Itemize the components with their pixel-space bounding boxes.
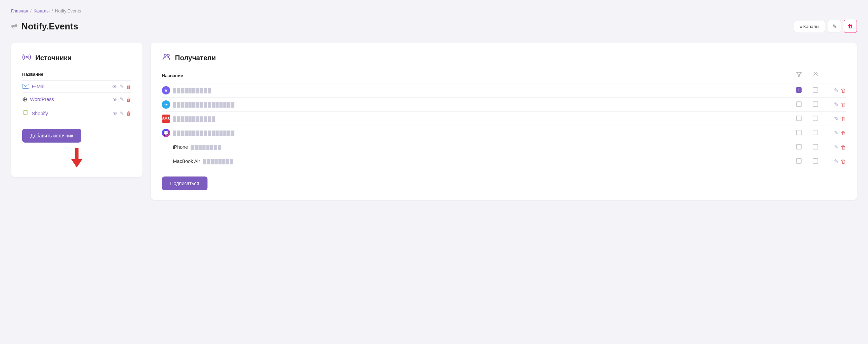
rec-filter-cb-telegram[interactable] bbox=[791, 101, 807, 108]
svg-point-0 bbox=[26, 56, 27, 58]
rec-filter-cb-macbook[interactable] bbox=[791, 158, 807, 165]
email-icon bbox=[22, 84, 29, 90]
delete-button[interactable]: 🗑 bbox=[844, 20, 857, 33]
rec-name-text-sms: ███████████ bbox=[173, 116, 215, 121]
rec-group-cb-telegram[interactable] bbox=[807, 101, 824, 108]
sources-card: Источники Название E-Mail 👁 ✎ bbox=[11, 43, 142, 177]
view-icon-email[interactable]: 👁 bbox=[112, 84, 118, 90]
delete-icon-shopify[interactable]: 🗑 bbox=[126, 110, 131, 116]
edit-icon-viber[interactable]: ✎ bbox=[834, 87, 839, 93]
group-checkbox-messenger[interactable] bbox=[813, 130, 818, 135]
edit-icon-email[interactable]: ✎ bbox=[120, 83, 124, 90]
delete-icon-sms[interactable]: 🗑 bbox=[841, 116, 846, 122]
delete-icon-wordpress[interactable]: 🗑 bbox=[126, 97, 131, 102]
source-name-email[interactable]: E-Mail bbox=[22, 84, 46, 90]
rec-actions-telegram: ✎ 🗑 bbox=[824, 101, 846, 108]
rec-filter-cb-viber[interactable] bbox=[791, 87, 807, 94]
arrow-shaft bbox=[75, 148, 79, 159]
wordpress-icon: ⊕ bbox=[22, 96, 27, 103]
source-label-email: E-Mail bbox=[32, 84, 46, 89]
group-checkbox-sms[interactable] bbox=[813, 116, 818, 121]
rec-name-iphone: iPhone ████████ bbox=[162, 143, 791, 151]
rec-actions-iphone: ✎ 🗑 bbox=[824, 144, 846, 150]
subscribe-button[interactable]: Подписаться bbox=[162, 176, 207, 190]
delete-icon-iphone[interactable]: 🗑 bbox=[841, 144, 846, 150]
rec-actions-sms: ✎ 🗑 bbox=[824, 116, 846, 122]
source-name-wordpress[interactable]: ⊕ WordPress bbox=[22, 96, 54, 103]
back-to-channels-button[interactable]: « Каналы bbox=[794, 21, 825, 32]
edit-icon-sms[interactable]: ✎ bbox=[834, 116, 839, 122]
rec-name-text-messenger: ████████████████ bbox=[173, 130, 235, 136]
rec-actions-messenger: ✎ 🗑 bbox=[824, 130, 846, 136]
delete-icon-viber[interactable]: 🗑 bbox=[841, 88, 846, 93]
filter-checkbox-telegram[interactable] bbox=[796, 101, 802, 107]
rec-filter-cb-iphone[interactable] bbox=[791, 144, 807, 151]
delete-icon-email[interactable]: 🗑 bbox=[126, 84, 131, 90]
rec-group-cb-sms[interactable] bbox=[807, 116, 824, 122]
group-checkbox-iphone[interactable] bbox=[813, 144, 818, 150]
group-checkbox-telegram[interactable] bbox=[813, 101, 818, 107]
breadcrumb: Главная / Каналы / Notify.Events bbox=[11, 8, 857, 13]
view-icon-shopify[interactable]: 👁 bbox=[112, 110, 118, 116]
filter-checkbox-macbook[interactable] bbox=[796, 158, 802, 164]
telegram-icon: ✈ bbox=[162, 100, 170, 109]
edit-icon-iphone[interactable]: ✎ bbox=[834, 144, 839, 150]
breadcrumb-sep1: / bbox=[30, 8, 31, 13]
delete-icon-macbook[interactable]: 🗑 bbox=[841, 159, 846, 164]
rec-filter-cb-sms[interactable] bbox=[791, 116, 807, 122]
delete-icon-telegram[interactable]: 🗑 bbox=[841, 102, 846, 108]
edit-icon-telegram[interactable]: ✎ bbox=[834, 101, 839, 108]
edit-icon-messenger[interactable]: ✎ bbox=[834, 130, 839, 136]
page-title-container: ⇌ Notify.Events bbox=[11, 21, 78, 32]
rec-group-cb-messenger[interactable] bbox=[807, 130, 824, 136]
breadcrumb-sep2: / bbox=[52, 8, 53, 13]
sources-title: Источники bbox=[35, 54, 72, 62]
edit-icon-macbook[interactable]: ✎ bbox=[834, 158, 839, 164]
source-actions-email: 👁 ✎ 🗑 bbox=[112, 83, 131, 90]
rec-filter-cb-messenger[interactable] bbox=[791, 130, 807, 136]
page-header: ⇌ Notify.Events « Каналы ✎ 🗑 bbox=[11, 20, 857, 33]
iphone-apple-icon bbox=[162, 143, 170, 151]
delete-icon-messenger[interactable]: 🗑 bbox=[841, 130, 846, 136]
add-source-button[interactable]: Добавить источник bbox=[22, 129, 81, 143]
macbook-apple-icon bbox=[162, 157, 170, 165]
group-checkbox-viber[interactable] bbox=[813, 87, 818, 93]
edit-icon-wordpress[interactable]: ✎ bbox=[120, 96, 124, 102]
breadcrumb-channels[interactable]: Каналы bbox=[34, 8, 49, 13]
recipient-row-messenger: 💬 ████████████████ ✎ 🗑 bbox=[162, 126, 846, 140]
svg-point-2 bbox=[164, 54, 167, 56]
source-name-shopify[interactable]: Shopify bbox=[22, 109, 48, 118]
rec-name-text-macbook: MacBook Air bbox=[173, 159, 200, 164]
rec-name-messenger: 💬 ████████████████ bbox=[162, 129, 791, 137]
edit-button[interactable]: ✎ bbox=[828, 20, 841, 33]
filter-col-header bbox=[791, 72, 807, 80]
recipient-row-sms: SMS ███████████ ✎ 🗑 bbox=[162, 111, 846, 126]
breadcrumb-home[interactable]: Главная bbox=[11, 8, 28, 13]
svg-point-5 bbox=[816, 73, 818, 74]
view-icon-wordpress[interactable]: 👁 bbox=[112, 97, 118, 102]
page-title: Notify.Events bbox=[21, 21, 78, 32]
recipient-row-viber: V ██████████ ✎ 🗑 bbox=[162, 83, 846, 97]
recipients-title: Получатели bbox=[175, 54, 216, 62]
source-actions-shopify: 👁 ✎ 🗑 bbox=[112, 110, 131, 117]
rec-group-cb-iphone[interactable] bbox=[807, 144, 824, 151]
source-row-email: E-Mail 👁 ✎ 🗑 bbox=[22, 80, 131, 92]
filter-checkbox-iphone[interactable] bbox=[796, 144, 802, 150]
source-label-wordpress: WordPress bbox=[30, 97, 54, 102]
rec-name-macbook: MacBook Air ████████ bbox=[162, 157, 791, 165]
rec-group-cb-viber[interactable] bbox=[807, 87, 824, 94]
filter-checkbox-messenger[interactable] bbox=[796, 130, 802, 135]
breadcrumb-current: Notify.Events bbox=[55, 8, 81, 13]
recipients-card-header: Получатели bbox=[162, 52, 846, 63]
cards-row: Источники Название E-Mail 👁 ✎ bbox=[11, 43, 857, 200]
group-checkbox-macbook[interactable] bbox=[813, 158, 818, 164]
recipient-row-macbook: MacBook Air ████████ ✎ 🗑 bbox=[162, 154, 846, 168]
edit-icon-shopify[interactable]: ✎ bbox=[120, 110, 124, 117]
filter-checkbox-sms[interactable] bbox=[796, 116, 802, 121]
rec-actions-viber: ✎ 🗑 bbox=[824, 87, 846, 93]
group-col-header bbox=[807, 72, 824, 80]
filter-checkbox-viber[interactable] bbox=[796, 87, 802, 93]
rec-group-cb-macbook[interactable] bbox=[807, 158, 824, 165]
rec-actions-macbook: ✎ 🗑 bbox=[824, 158, 846, 164]
recipient-row-telegram: ✈ ████████████████ ✎ 🗑 bbox=[162, 97, 846, 111]
